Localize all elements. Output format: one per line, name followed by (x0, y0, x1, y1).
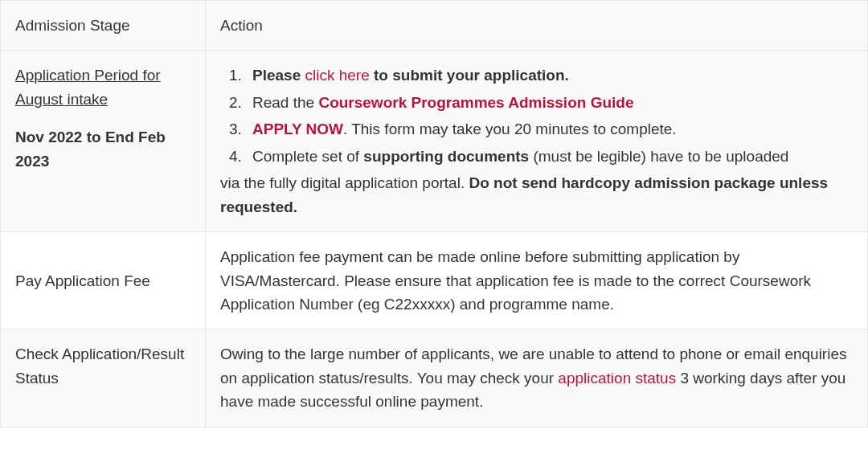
click-here-link[interactable]: click here (305, 67, 370, 84)
table-row: Application Period for August intake Nov… (1, 51, 868, 232)
list-text: . This form may take you 20 minutes to c… (343, 121, 677, 137)
list-text: Please (252, 67, 301, 84)
list-continuation: via the fully digital application portal… (220, 171, 853, 219)
stage-cell-check-status: Check Application/Result Status (1, 329, 206, 427)
header-action: Action (206, 1, 868, 51)
stage-label: Pay Application Fee (15, 272, 150, 289)
admission-guide-link[interactable]: Coursework Programmes Admission Guide (318, 94, 633, 111)
list-item: Read the Coursework Programmes Admission… (246, 91, 853, 114)
stage-cell-application-period: Application Period for August intake Nov… (1, 51, 206, 232)
list-item: Please click here to submit your applica… (246, 63, 853, 87)
application-status-link[interactable]: application status (558, 370, 676, 387)
admission-table: Admission Stage Action Application Perio… (0, 0, 868, 427)
header-stage: Admission Stage (1, 1, 206, 51)
action-text: Application fee payment can be made onli… (220, 248, 811, 313)
list-text: (must be legible) have to be uploaded (533, 148, 788, 165)
action-cell-check-status: Owing to the large number of applicants,… (206, 329, 868, 427)
table-row: Check Application/Result Status Owing to… (1, 329, 868, 427)
list-item: APPLY NOW. This form may take you 20 min… (246, 117, 853, 141)
list-text: via the fully digital application portal… (220, 174, 465, 191)
apply-now-link[interactable]: APPLY NOW (252, 121, 343, 137)
list-text: supporting documents (363, 148, 529, 165)
action-list: Please click here to submit your applica… (220, 63, 853, 168)
list-text: Read the (252, 94, 314, 111)
table-header-row: Admission Stage Action (1, 1, 868, 51)
list-item: Complete set of supporting documents (mu… (246, 145, 853, 168)
list-text: to submit your application. (374, 67, 569, 84)
list-text: Complete set of (252, 148, 359, 165)
action-cell-pay-fee: Application fee payment can be made onli… (206, 232, 868, 329)
stage-cell-pay-fee: Pay Application Fee (1, 232, 206, 329)
stage-title: Application Period for August intake (15, 63, 190, 111)
action-cell-application-period: Please click here to submit your applica… (206, 51, 868, 232)
table-row: Pay Application Fee Application fee paym… (1, 232, 868, 329)
stage-label: Check Application/Result Status (15, 346, 184, 386)
stage-date: Nov 2022 to End Feb 2023 (15, 125, 190, 173)
